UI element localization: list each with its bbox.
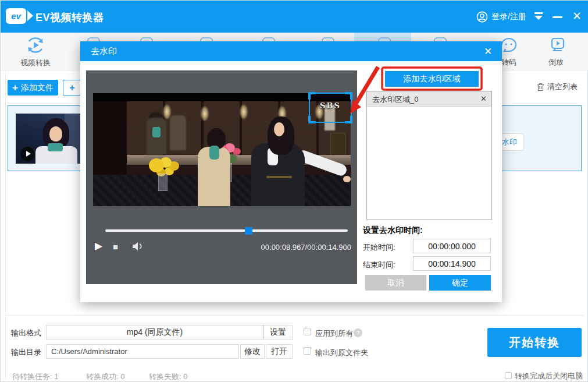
play-triangle-icon: [26, 151, 31, 157]
output-original-checkbox[interactable]: [304, 347, 311, 355]
output-format-label: 输出格式: [11, 328, 41, 338]
start-convert-button[interactable]: 开始转换: [487, 328, 582, 357]
app-logo-flag: [27, 10, 33, 21]
scene-shape: [158, 174, 168, 191]
video-convert-icon: [26, 36, 45, 55]
scene-shape: [201, 106, 209, 121]
dialog-close-button[interactable]: ✕: [482, 45, 494, 58]
toolbar-item-reverse[interactable]: [550, 37, 565, 55]
clear-list-label: 清空列表: [547, 82, 578, 92]
row-watermark-label: 水印: [502, 137, 517, 147]
scene-shape: [163, 104, 171, 119]
add-file-button[interactable]: + 添加文件: [8, 80, 58, 96]
dialog-header[interactable]: 去水印 ✕: [80, 41, 502, 61]
add-file-label: 添加文件: [21, 83, 54, 93]
content-divider: [5, 70, 6, 382]
title-bar: ev EV视频转换器 登录/注册 ✕: [1, 1, 588, 33]
toolbar-item-video-convert[interactable]: 视频转换: [8, 36, 63, 68]
start-time-input[interactable]: 00:00:00.000: [413, 239, 491, 253]
scene-shape: [274, 122, 284, 136]
dialog-title: 去水印: [91, 46, 117, 57]
chevron-down-icon: [534, 16, 543, 20]
selection-corner-handle[interactable]: [345, 92, 352, 100]
time-section-heading: 设置去水印时间:: [363, 225, 423, 236]
progress-thumb[interactable]: [245, 227, 252, 235]
login-label: 登录/注册: [491, 12, 526, 22]
scene-shape: [48, 143, 63, 151]
app-title: EV视频转换器: [35, 10, 104, 24]
toolbar-item-transcode[interactable]: [500, 37, 518, 56]
reverse-play-icon: [550, 37, 565, 53]
status-pending: 待转换任务: 1: [12, 372, 58, 382]
ok-button[interactable]: 确定: [429, 275, 491, 291]
transcode-icon: [500, 37, 518, 54]
region-list: 去水印区域_0 ✕: [366, 91, 492, 220]
shutdown-checkbox[interactable]: [505, 372, 512, 379]
toolbar-label-transcode[interactable]: 转码: [501, 57, 516, 68]
scene-shape: [343, 176, 351, 182]
status-failed: 转换失败: 0: [149, 372, 187, 382]
thumbnail-play-icon[interactable]: [20, 147, 35, 161]
open-button[interactable]: 打开: [266, 344, 293, 359]
apply-all-label: 应用到所有: [315, 328, 353, 339]
remove-watermark-dialog: 去水印 ✕: [80, 41, 502, 302]
theme-menu-icon: [534, 12, 543, 14]
selection-corner-handle[interactable]: [308, 92, 316, 100]
status-success: 转换成功: 0: [86, 372, 124, 382]
scene-shape: [209, 146, 219, 160]
output-separator: [5, 315, 584, 316]
scene-shape: [240, 104, 248, 119]
playback-time: 00:00:08.967/00:00:14.900: [261, 243, 351, 252]
watermark-text: SBS: [310, 101, 351, 110]
settings-button[interactable]: 设置: [263, 325, 293, 339]
minimize-button[interactable]: [552, 11, 564, 22]
clear-list-button[interactable]: 清空列表: [537, 81, 578, 93]
volume-button[interactable]: [131, 241, 145, 252]
toolbar-label-video-convert: 视频转换: [8, 58, 63, 68]
cancel-button[interactable]: 取消: [365, 275, 426, 291]
selection-corner-handle[interactable]: [308, 116, 316, 123]
help-icon[interactable]: ?: [354, 328, 362, 337]
add-region-button[interactable]: 添加去水印区域: [385, 71, 479, 87]
theme-menu-button[interactable]: [533, 12, 544, 22]
progress-bar[interactable]: [105, 229, 348, 232]
end-time-label: 结束时间:: [363, 260, 395, 270]
scene-shape: [49, 126, 62, 142]
selection-corner-handle[interactable]: [345, 116, 352, 123]
user-icon: [476, 11, 488, 23]
speaker-icon: [131, 241, 145, 252]
plus-icon: +: [69, 83, 75, 93]
app-logo-icon: ev: [6, 8, 34, 25]
close-button[interactable]: ✕: [571, 9, 583, 23]
region-remove-button[interactable]: ✕: [480, 94, 487, 103]
video-thumbnail[interactable]: [16, 114, 89, 164]
plus-icon: +: [12, 83, 18, 93]
login-button[interactable]: 登录/注册: [476, 10, 526, 24]
output-dir-input[interactable]: C:/Users/Administrator: [46, 344, 239, 359]
app-window: ev EV视频转换器 登录/注册 ✕: [0, 0, 588, 382]
scene-shape: [170, 115, 186, 150]
scene-shape: [149, 158, 164, 172]
output-original-label: 输出到原文件夹: [315, 348, 368, 358]
stop-button[interactable]: ■: [113, 242, 118, 251]
output-format-input[interactable]: mp4 (同原文件): [46, 325, 263, 339]
toolbar-label-reverse[interactable]: 倒放: [548, 57, 564, 68]
scene-shape: [266, 176, 292, 178]
region-item-label: 去水印区域_0: [372, 94, 418, 105]
region-list-item[interactable]: 去水印区域_0 ✕: [367, 91, 491, 107]
apply-all-checkbox[interactable]: [304, 328, 311, 335]
modify-button[interactable]: 修改: [240, 344, 265, 359]
watermark-selection-box[interactable]: SBS: [309, 93, 352, 123]
scene-shape: [152, 127, 161, 137]
output-dir-label: 输出目录: [11, 347, 41, 358]
trash-icon: [537, 83, 544, 91]
play-button[interactable]: ▶: [95, 241, 102, 251]
minimize-icon: [553, 16, 562, 18]
app-logo-text: ev: [6, 8, 26, 24]
shutdown-label: 转换完成后关闭电脑: [515, 371, 583, 381]
start-time-label: 开始时间:: [363, 242, 395, 253]
end-time-input[interactable]: 00:00:14.900: [413, 256, 491, 271]
